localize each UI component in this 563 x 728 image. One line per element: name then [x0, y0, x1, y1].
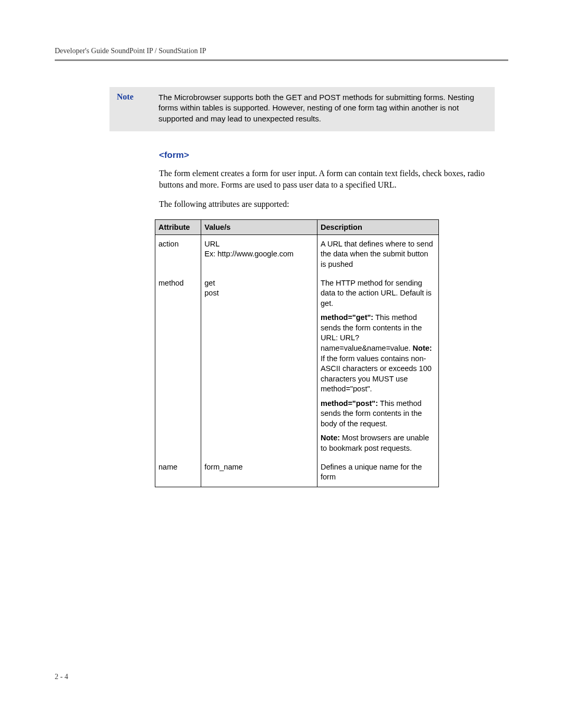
cell-value: form_name [201, 458, 317, 487]
content-area: Note The Microbrowser supports both the … [159, 87, 493, 487]
header-rule [55, 59, 508, 61]
bold-text: method="get": [321, 313, 373, 322]
table-row: method get post The HTTP method for send… [155, 274, 439, 458]
body-paragraph: The following attributes are supported: [159, 199, 493, 210]
table-header-row: Attribute Value/s Description [155, 219, 439, 235]
note-callout: Note The Microbrowser supports both the … [109, 87, 495, 131]
description-paragraph: A URL that defines where to send the dat… [321, 239, 435, 270]
cell-description: Defines a unique name for the form [317, 458, 439, 487]
column-header-value: Value/s [201, 219, 317, 235]
description-paragraph: Note: Most browsers are unable to bookma… [321, 433, 435, 453]
section-heading-form: <form> [159, 150, 493, 161]
cell-value: get post [201, 274, 317, 458]
running-header: Developer's Guide SoundPoint IP / SoundS… [55, 47, 508, 55]
description-paragraph: method="post": This method sends the for… [321, 399, 435, 429]
plain-text: If the form values contains non-ASCII ch… [321, 354, 432, 393]
page-number: 2 - 4 [55, 673, 68, 681]
value-line: URL [204, 240, 219, 248]
body-paragraph: The form element creates a form for user… [159, 168, 493, 191]
column-header-description: Description [317, 219, 439, 235]
bold-text: Note: [413, 344, 432, 352]
description-paragraph: method="get": This method sends the form… [321, 313, 435, 394]
cell-description: A URL that defines where to send the dat… [317, 235, 439, 274]
value-line: get [204, 279, 215, 287]
document-page: Developer's Guide SoundPoint IP / SoundS… [0, 0, 563, 728]
cell-attribute: method [155, 274, 201, 458]
description-paragraph: The HTTP method for sending data to the … [321, 278, 435, 309]
bold-text: method="post": [321, 399, 378, 408]
attributes-table: Attribute Value/s Description action URL… [155, 219, 439, 487]
note-label: Note [117, 92, 158, 102]
value-line: post [204, 289, 218, 297]
bold-text: Note: [321, 434, 340, 442]
cell-value: URL Ex: http://www.google.com [201, 235, 317, 274]
cell-attribute: action [155, 235, 201, 274]
column-header-attribute: Attribute [155, 219, 201, 235]
cell-attribute: name [155, 458, 201, 487]
table-row: action URL Ex: http://www.google.com A U… [155, 235, 439, 274]
table-row: name form_name Defines a unique name for… [155, 458, 439, 487]
note-body: The Microbrowser supports both the GET a… [158, 92, 487, 124]
cell-description: The HTTP method for sending data to the … [317, 274, 439, 458]
value-line: Ex: http://www.google.com [204, 250, 293, 258]
